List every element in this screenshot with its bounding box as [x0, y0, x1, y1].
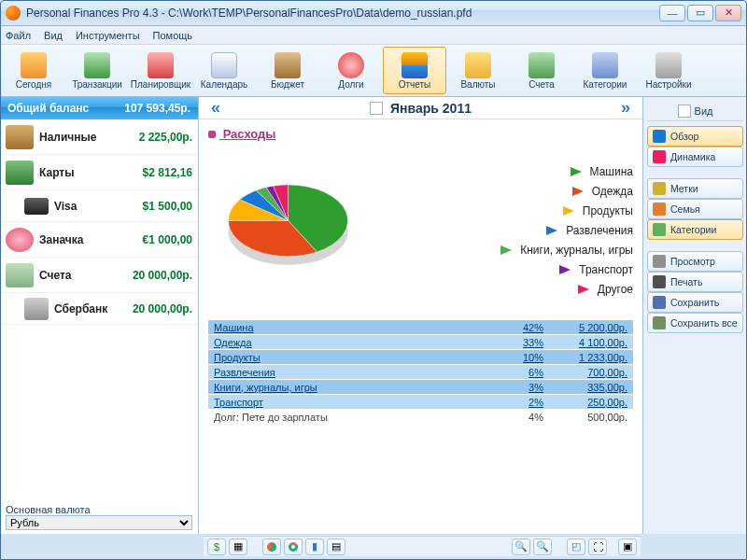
pie-chart-button[interactable] — [262, 539, 281, 555]
panel-button-сохранить[interactable]: Сохранить — [647, 292, 743, 313]
button-icon — [653, 182, 666, 195]
zoom-in-button[interactable]: 🔍 — [512, 539, 530, 555]
toolbar-icon — [529, 52, 555, 78]
titlebar: Personal Finances Pro 4.3 - C:\Work\TEMP… — [0, 0, 747, 26]
zoom-out-button[interactable]: 🔍 — [533, 539, 552, 555]
currency-toggle-button[interactable]: $ — [207, 539, 226, 555]
toolbar-настройки[interactable]: Настройки — [637, 47, 700, 94]
balance-bar: Общий баланс 107 593,45р. — [0, 97, 198, 119]
panel-button-динамика[interactable]: Динамика — [647, 147, 743, 167]
prev-month-button[interactable]: « — [204, 100, 227, 117]
account-заначка[interactable]: Заначка€1 000,00 — [0, 222, 198, 258]
toolbar-счета[interactable]: Счета — [510, 47, 573, 94]
menu-file[interactable]: Файл — [6, 30, 31, 41]
menu-view[interactable]: Вид — [44, 30, 63, 41]
legend-item: Одежда — [393, 182, 633, 202]
toolbar-icon — [211, 52, 237, 78]
table-row[interactable]: Развлечения6%700,00р. — [208, 365, 633, 380]
detach-button[interactable]: ◰ — [567, 539, 585, 555]
donut-chart-button[interactable] — [284, 539, 303, 555]
toolbar-icon — [84, 52, 110, 78]
toolbar-icon — [465, 52, 491, 78]
legend-item: Развлечения — [393, 221, 633, 241]
panel-button-сохранить-все[interactable]: Сохранить все — [647, 313, 743, 333]
menu-help[interactable]: Помощь — [153, 30, 193, 41]
table-row[interactable]: Одежда33%4 100,00р. — [208, 335, 633, 350]
accounts-sidebar: Общий баланс 107 593,45р. Наличные2 225,… — [0, 97, 199, 534]
legend-item: Транспорт — [393, 260, 633, 280]
toolbar-icon — [402, 52, 428, 78]
button-icon — [653, 296, 666, 309]
menubar: Файл Вид Инструменты Помощь — [0, 26, 747, 45]
toolbar-icon — [275, 52, 301, 78]
table-button[interactable]: ▤ — [327, 539, 345, 555]
window-title: Personal Finances Pro 4.3 - C:\Work\TEMP… — [26, 7, 472, 20]
account-сбербанк[interactable]: Сбербанк20 000,00р. — [0, 293, 198, 325]
button-icon — [653, 316, 666, 329]
panel-button-просмотр[interactable]: Просмотр — [647, 251, 743, 272]
toolbar-icon — [21, 52, 47, 78]
legend-item: Машина — [393, 162, 633, 182]
table-row: Долг: Пете до зарплаты4%500,00р. — [208, 410, 633, 425]
menu-tools[interactable]: Инструменты — [76, 30, 140, 41]
button-icon — [653, 255, 666, 268]
legend-item: Продукты — [393, 202, 633, 221]
balance-value: 107 593,45р. — [124, 102, 190, 115]
toolbar-icon — [592, 52, 618, 78]
close-button[interactable]: ✕ — [715, 5, 741, 21]
layout-icon — [678, 105, 691, 118]
bills-icon — [6, 263, 34, 287]
date-nav: « Январь 2011 » — [199, 97, 642, 119]
button-icon — [653, 203, 666, 216]
view-panel-header: Вид — [647, 101, 743, 121]
fullscreen-button[interactable]: ▣ — [618, 539, 637, 555]
visa-icon — [24, 198, 49, 215]
panel-button-категории[interactable]: Категории — [647, 219, 743, 240]
toolbar-календарь[interactable]: Календарь — [192, 47, 256, 94]
next-month-button[interactable]: » — [614, 100, 637, 117]
minimize-button[interactable]: — — [659, 5, 685, 21]
table-row[interactable]: Продукты10%1 233,00р. — [208, 350, 633, 365]
toolbar-icon — [148, 52, 174, 78]
account-visa[interactable]: Visa$1 500,00 — [0, 190, 198, 222]
toolbar-планировщик[interactable]: Планировщик — [129, 47, 192, 94]
account-наличные[interactable]: Наличные2 225,00р. — [0, 119, 198, 155]
table-row[interactable]: Машина42%5 200,00р. — [208, 320, 633, 335]
toolbar-бюджет[interactable]: Бюджет — [256, 47, 319, 94]
toolbar-сегодня[interactable]: Сегодня — [2, 47, 65, 94]
main-toolbar: СегодняТранзакцииПланировщикКалендарьБюд… — [0, 45, 747, 97]
expense-pie-chart — [208, 156, 376, 305]
legend-item: Книги, журналы, игры — [393, 241, 633, 260]
app-icon — [6, 6, 21, 21]
maximize-button[interactable]: ▭ — [687, 5, 713, 21]
legend-item: Другое — [393, 280, 633, 300]
bar-chart-button[interactable]: ▮ — [305, 539, 324, 555]
currency-select[interactable]: Рубль — [6, 515, 192, 530]
toolbar-валюты[interactable]: Валюты — [446, 47, 510, 94]
cards-icon — [6, 161, 34, 185]
button-icon — [653, 275, 666, 288]
layout-button[interactable]: ▦ — [229, 539, 247, 555]
calendar-icon — [370, 102, 383, 115]
panel-button-метки[interactable]: Метки — [647, 178, 743, 199]
report-area: « Январь 2011 » Расходы МашинаОдеждаПрод… — [199, 97, 642, 534]
chart-legend: МашинаОдеждаПродуктыРазвлеченияКниги, жу… — [393, 162, 633, 300]
toolbar-категории[interactable]: Категории — [573, 47, 637, 94]
table-row[interactable]: Книги, журналы, игры3%335,00р. — [208, 380, 633, 395]
current-month: Январь 2011 — [390, 101, 472, 116]
toolbar-транзакции[interactable]: Транзакции — [65, 47, 129, 94]
account-счета[interactable]: Счета20 000,00р. — [0, 258, 198, 293]
panel-button-печать[interactable]: Печать — [647, 272, 743, 292]
currency-label: Основная валюта — [6, 504, 192, 515]
panel-button-семья[interactable]: Семья — [647, 199, 743, 219]
toolbar-долги[interactable]: Долги — [319, 47, 383, 94]
panel-button-обзор[interactable]: Обзор — [647, 126, 743, 147]
account-карты[interactable]: Карты$2 812,16 — [0, 155, 198, 190]
expand-button[interactable]: ⛶ — [588, 539, 607, 555]
bottom-toolbar: $ ▦ ▮ ▤ 🔍 🔍 ◰ ⛶ ▣ — [204, 536, 641, 556]
table-row[interactable]: Транспорт2%250,00р. — [208, 395, 633, 410]
button-icon — [653, 150, 666, 163]
toolbar-icon — [338, 52, 364, 78]
toolbar-отчеты[interactable]: Отчеты — [383, 47, 446, 94]
report-title-link[interactable]: Расходы — [208, 127, 633, 141]
